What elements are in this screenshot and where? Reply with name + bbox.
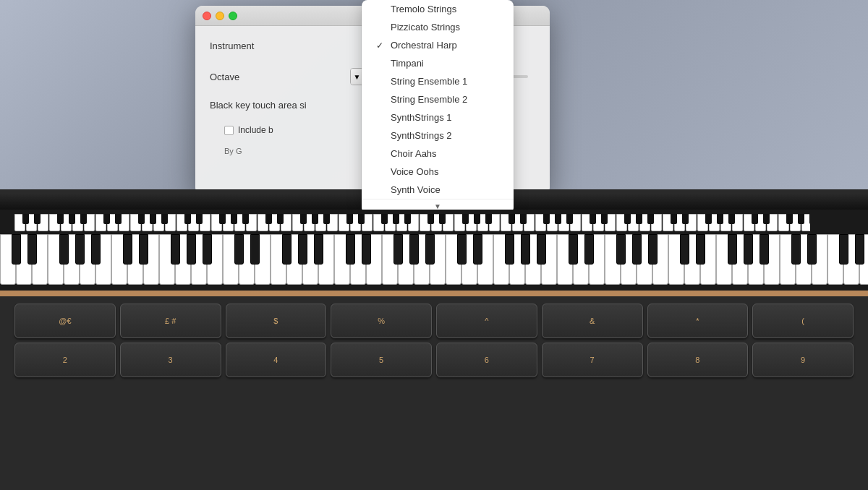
- key-pound-hash[interactable]: £ #: [120, 304, 221, 338]
- include-label: Include b: [238, 125, 273, 135]
- key-dollar[interactable]: $: [226, 304, 327, 338]
- menu-item-label: Tremolo Strings: [391, 4, 456, 14]
- menu-item-label: Synth Voice: [391, 184, 441, 195]
- menu-item-synthstrings-1[interactable]: SynthStrings 1: [362, 108, 514, 126]
- menu-item-choir-aahs[interactable]: Choir Aahs: [362, 145, 514, 163]
- screen-area: Tou Instrument Orchestral Harp ▼ Octave: [0, 0, 868, 210]
- menu-item-tremolo-strings[interactable]: Tremolo Strings: [362, 0, 514, 18]
- keyboard-row-2: 2 3 4 5 6 7 8 9: [14, 343, 854, 377]
- menu-item-string-ensemble-2[interactable]: String Ensemble 2: [362, 90, 514, 108]
- key-percent[interactable]: %: [331, 304, 432, 338]
- menu-item-orchestral-harp[interactable]: ✓ Orchestral Harp: [362, 36, 514, 54]
- menu-item-label: SynthStrings 1: [391, 112, 452, 123]
- minimize-button[interactable]: [216, 12, 224, 20]
- instrument-label: Instrument: [210, 40, 369, 51]
- key-7[interactable]: 7: [542, 343, 643, 377]
- menu-item-synth-voice[interactable]: Synth Voice: [362, 181, 514, 199]
- key-open-paren[interactable]: (: [752, 304, 854, 338]
- menu-item-label: Orchestral Harp: [391, 40, 457, 51]
- scroll-down-indicator: ▼: [362, 199, 514, 210]
- menu-item-synthstrings-2[interactable]: SynthStrings 2: [362, 126, 514, 145]
- menu-item-label: Timpani: [391, 58, 424, 69]
- menu-item-label: Voice Oohs: [391, 166, 439, 177]
- black-key-label: Black key touch area si: [210, 100, 369, 111]
- key-9[interactable]: 9: [752, 343, 854, 377]
- octave-label: Octave: [210, 72, 350, 82]
- key-4[interactable]: 4: [226, 343, 327, 377]
- menu-item-label: String Ensemble 2: [391, 94, 467, 105]
- key-6[interactable]: 6: [436, 343, 537, 377]
- check-icon: ✓: [376, 40, 386, 51]
- key-asterisk[interactable]: *: [647, 304, 749, 338]
- key-ampersand[interactable]: &: [542, 304, 643, 338]
- menu-item-pizzicato-strings[interactable]: Pizzicato Strings: [362, 18, 514, 36]
- key-at-euro[interactable]: @€: [14, 304, 116, 338]
- close-button[interactable]: [203, 12, 211, 20]
- key-5[interactable]: 5: [331, 343, 432, 377]
- dropdown-menu: Tremolo Strings Pizzicato Strings ✓ Orch…: [362, 0, 514, 210]
- keyboard-row-1: @€ £ # $ % ^ & * (: [14, 304, 854, 338]
- piano-keys-area: [0, 233, 868, 291]
- menu-item-label: SynthStrings 2: [391, 130, 452, 141]
- zoom-button[interactable]: [229, 12, 237, 20]
- menu-item-voice-oohs[interactable]: Voice Oohs: [362, 163, 514, 181]
- keyboard-area-physical: @€ £ # $ % ^ & * ( 2 3 4 5 6 7 8 9: [0, 296, 868, 490]
- menu-item-timpani[interactable]: Timpani: [362, 54, 514, 72]
- touch-bar-piano[interactable]: .tb-wk { display:inline-block; width:16p…: [14, 211, 868, 231]
- menu-item-label: String Ensemble 1: [391, 76, 467, 87]
- key-8[interactable]: 8: [647, 343, 749, 377]
- key-3[interactable]: 3: [120, 343, 221, 377]
- key-2[interactable]: 2: [14, 343, 116, 377]
- by-label: By G: [224, 147, 242, 155]
- menu-item-label: Pizzicato Strings: [391, 22, 460, 33]
- key-caret[interactable]: ^: [436, 304, 537, 338]
- menu-item-label: Choir Aahs: [391, 148, 437, 159]
- include-checkbox[interactable]: [224, 126, 234, 135]
- menu-item-string-ensemble-1[interactable]: String Ensemble 1: [362, 72, 514, 90]
- touch-bar[interactable]: .tb-wk { display:inline-block; width:16p…: [0, 210, 868, 233]
